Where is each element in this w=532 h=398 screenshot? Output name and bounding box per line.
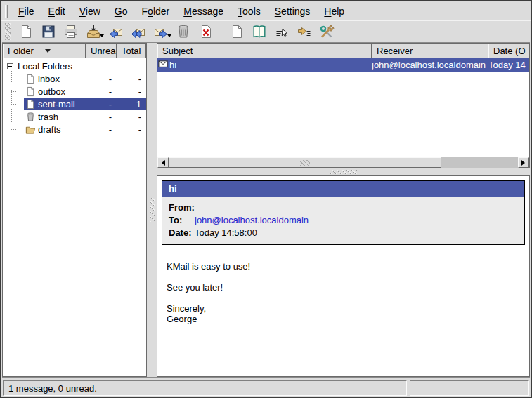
message-row[interactable]: hijohn@localhost.localdomainToday 14 bbox=[157, 58, 529, 72]
list-select-icon bbox=[273, 23, 290, 40]
address-book-button[interactable] bbox=[249, 22, 270, 41]
column-header-receiver[interactable]: Receiver bbox=[372, 44, 488, 58]
email-address-link[interactable]: john@localhost.localdomain bbox=[195, 214, 524, 227]
folder-name: sent-mail bbox=[38, 99, 86, 110]
body-line: See you later! bbox=[167, 282, 525, 293]
folder-item-sent-mail[interactable]: sent-mail-1 bbox=[3, 98, 146, 110]
folder-item-inbox[interactable]: inbox-- bbox=[3, 72, 146, 85]
header-field-label: To: bbox=[162, 214, 195, 227]
address-book-icon bbox=[251, 23, 268, 40]
scroll-right-button[interactable] bbox=[518, 157, 529, 168]
tree-branch-connector bbox=[11, 104, 24, 105]
scroll-left-button[interactable] bbox=[157, 157, 169, 168]
column-header-folder-label: Folder bbox=[8, 46, 34, 56]
folder-item-drafts[interactable]: drafts-- bbox=[3, 123, 146, 135]
tree-branch-connector bbox=[11, 129, 24, 130]
menu-file[interactable]: File bbox=[11, 3, 41, 20]
message-subject-title: hi bbox=[162, 181, 524, 197]
folder-unread-count: - bbox=[86, 86, 117, 97]
file-icon bbox=[25, 86, 36, 97]
message-preview-pane: hi From:To:john@localhost.localdomainDat… bbox=[157, 175, 530, 377]
header-field-value: Today 14:58:00 bbox=[195, 227, 524, 239]
folder-total-count: - bbox=[117, 86, 146, 97]
horizontal-splitter[interactable] bbox=[157, 168, 530, 175]
column-header-total[interactable]: Total bbox=[117, 44, 146, 58]
kmail-window: FileEditViewGoFolderMessageToolsSettings… bbox=[0, 0, 532, 398]
list-select-button[interactable] bbox=[271, 22, 292, 41]
scroll-right-arrow-icon bbox=[521, 160, 528, 166]
tree-collapse-icon[interactable] bbox=[7, 63, 13, 69]
scrollbar-thumb[interactable] bbox=[169, 157, 441, 168]
folder-name: outbox bbox=[38, 86, 86, 97]
toolbar-buttons bbox=[15, 22, 339, 41]
folder-item-content[interactable]: trash-- bbox=[24, 110, 146, 123]
folder-total-count: - bbox=[117, 74, 146, 84]
column-header-subject[interactable]: Subject bbox=[157, 44, 372, 58]
column-header-date[interactable]: Date (O bbox=[488, 44, 529, 58]
menu-go[interactable]: Go bbox=[108, 3, 135, 20]
folder-item-outbox[interactable]: outbox-- bbox=[3, 85, 146, 98]
tree-branch-connector bbox=[11, 79, 24, 79]
column-header-unread[interactable]: Unread bbox=[86, 44, 117, 58]
list-jump-button[interactable] bbox=[294, 22, 315, 41]
folder-root-label: Local Folders bbox=[18, 61, 86, 72]
status-bar: 1 message, 0 unread. bbox=[1, 380, 531, 397]
menu-settings[interactable]: Settings bbox=[268, 3, 318, 20]
scrollbar-track[interactable] bbox=[441, 157, 518, 168]
scroll-left-arrow-icon bbox=[159, 160, 165, 166]
reply-all-icon bbox=[130, 23, 147, 40]
body-line: George bbox=[167, 314, 525, 324]
list-jump-icon bbox=[296, 23, 313, 40]
forward-button[interactable] bbox=[150, 22, 171, 41]
folder-item-content[interactable]: drafts-- bbox=[24, 123, 146, 135]
new-message-button[interactable] bbox=[15, 22, 37, 41]
save-button[interactable] bbox=[38, 22, 59, 41]
folder-unread-count: - bbox=[86, 112, 117, 122]
folder-item-trash[interactable]: trash-- bbox=[3, 110, 146, 123]
dropdown-arrow-icon[interactable] bbox=[100, 34, 104, 39]
dropdown-arrow-icon[interactable] bbox=[167, 34, 171, 39]
folder-item-content[interactable]: inbox-- bbox=[24, 72, 146, 85]
header-field-label: From: bbox=[162, 201, 195, 214]
delete-button[interactable] bbox=[195, 22, 216, 41]
vertical-splitter[interactable] bbox=[147, 43, 157, 377]
folder-item-selected[interactable]: sent-mail-1 bbox=[24, 98, 146, 110]
folder-name: trash bbox=[38, 112, 86, 122]
folder-unread-count: - bbox=[86, 99, 117, 110]
horizontal-splitter-grip[interactable] bbox=[330, 170, 357, 174]
menu-folder[interactable]: Folder bbox=[135, 3, 177, 20]
message-subject: hi bbox=[169, 60, 372, 70]
column-header-folder[interactable]: Folder bbox=[3, 44, 86, 58]
configure-button[interactable] bbox=[316, 22, 337, 41]
status-message: 1 message, 0 unread. bbox=[8, 383, 97, 394]
print-icon bbox=[63, 23, 79, 40]
print-button[interactable] bbox=[60, 22, 82, 41]
message-body: KMail is easy to use! See you later! Sin… bbox=[167, 261, 525, 324]
toolbar-drag-handle[interactable] bbox=[5, 23, 11, 40]
vertical-splitter-grip[interactable] bbox=[150, 198, 155, 222]
menu-help[interactable]: Help bbox=[317, 3, 351, 20]
reply-button[interactable] bbox=[105, 22, 126, 41]
menu-tools[interactable]: Tools bbox=[231, 3, 268, 20]
trash-button[interactable] bbox=[173, 22, 194, 41]
folder-root-local-folders[interactable]: Local Folders bbox=[3, 60, 146, 72]
blank-page-button[interactable] bbox=[226, 22, 247, 41]
message-header-box: hi From:To:john@localhost.localdomainDat… bbox=[162, 180, 525, 245]
message-receiver: john@localhost.localdomain bbox=[372, 60, 488, 70]
menubar-drag-handle[interactable] bbox=[5, 5, 8, 18]
menu-view[interactable]: View bbox=[72, 3, 108, 20]
folder-total-count: - bbox=[117, 112, 146, 122]
message-date: Today 14 bbox=[488, 60, 529, 70]
column-header-total-label: Total bbox=[122, 46, 141, 56]
folder-item-content[interactable]: outbox-- bbox=[24, 85, 146, 98]
message-list: hijohn@localhost.localdomainToday 14 bbox=[157, 58, 529, 157]
blank-page-icon bbox=[228, 23, 245, 40]
reply-icon bbox=[108, 23, 124, 40]
check-mail-button[interactable] bbox=[83, 22, 104, 41]
menu-message[interactable]: Message bbox=[176, 3, 231, 20]
trash-icon bbox=[25, 111, 36, 122]
menu-edit[interactable]: Edit bbox=[41, 3, 72, 20]
header-field-value bbox=[195, 201, 524, 214]
column-header-subject-label: Subject bbox=[162, 46, 193, 56]
reply-all-button[interactable] bbox=[128, 22, 149, 41]
